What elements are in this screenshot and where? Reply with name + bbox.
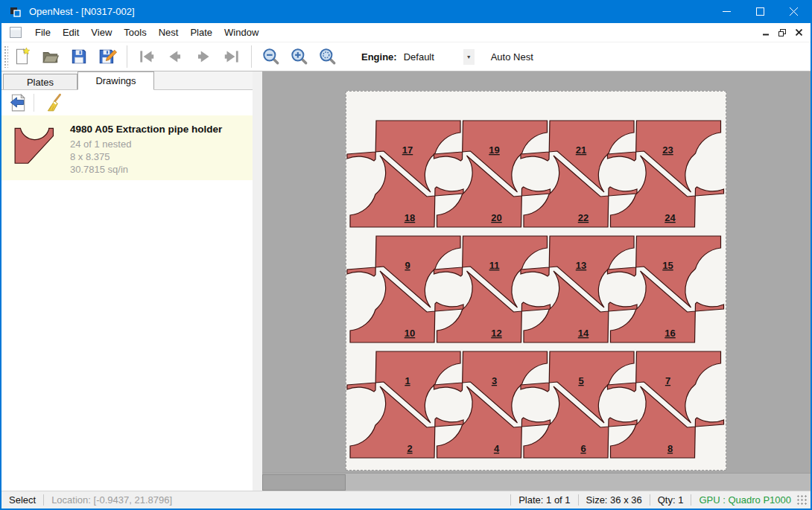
mdi-minimize-button[interactable] — [760, 27, 772, 39]
menu-edit[interactable]: Edit — [57, 25, 85, 40]
resize-grip[interactable] — [797, 495, 808, 506]
minimize-button[interactable] — [710, 0, 743, 23]
part-number-label: 10 — [405, 328, 415, 339]
maximize-button[interactable] — [743, 0, 777, 23]
status-gpu: GPU : Quadro P1000 — [699, 494, 791, 506]
zoom-fit-button[interactable] — [315, 45, 340, 68]
go-next-icon — [194, 47, 213, 66]
drawing-size: 8 x 8.375 — [70, 150, 222, 163]
main-area: Plates Drawings — [1, 71, 811, 491]
part-number-label: 11 — [489, 260, 500, 271]
zoom-in-button[interactable] — [287, 45, 312, 68]
engine-combobox[interactable]: Default ▼ — [404, 49, 475, 65]
status-right-group: Plate: 1 of 1 Size: 36 x 36 Qty: 1 GPU :… — [503, 494, 811, 506]
close-button[interactable] — [777, 0, 811, 23]
tab-drawings[interactable]: Drawings — [77, 71, 154, 90]
part-number-label: 5 — [578, 375, 583, 386]
return-drawing-icon — [8, 93, 28, 112]
go-last-icon — [222, 47, 241, 66]
go-previous-icon — [165, 47, 185, 66]
auto-nest-button[interactable]: Auto Nest — [486, 49, 538, 65]
menu-file[interactable]: File — [29, 25, 57, 40]
left-panel: Plates Drawings — [1, 71, 253, 491]
status-separator — [578, 494, 579, 506]
status-mode: Select — [9, 494, 36, 506]
app-icon — [10, 6, 22, 18]
mdi-close-button[interactable] — [793, 27, 805, 39]
plate: 171819202122232491011121314151612345678 — [346, 91, 726, 471]
engine-label: Engine: — [361, 51, 397, 63]
mdi-minimize-icon — [763, 29, 770, 36]
nest-canvas[interactable]: 171819202122232491011121314151612345678 — [262, 71, 811, 491]
return-drawing-button[interactable] — [6, 92, 30, 113]
status-bar: Select Location: [-0.9437, 21.8796] Plat… — [1, 491, 811, 509]
panel-splitter[interactable] — [253, 71, 262, 491]
new-file-icon — [13, 47, 32, 66]
part-number-label: 12 — [491, 328, 501, 339]
status-separator — [510, 494, 511, 506]
engine-value: Default — [404, 51, 457, 63]
open-button[interactable] — [38, 45, 63, 68]
status-qty: Qty: 1 — [658, 494, 684, 506]
part-number-label: 21 — [576, 144, 586, 156]
menu-window[interactable]: Window — [218, 25, 264, 40]
part-number-label: 15 — [662, 260, 673, 271]
drawing-title: 4980 A05 Extraction pipe holder — [70, 124, 222, 135]
scrollbar-thumb[interactable] — [262, 474, 346, 491]
tab-strip: Plates Drawings — [1, 71, 253, 90]
mdi-document-icon — [10, 27, 22, 38]
zoom-out-button[interactable] — [258, 45, 284, 68]
menu-plate[interactable]: Plate — [184, 25, 218, 40]
save-button[interactable] — [66, 45, 92, 68]
mdi-close-icon — [796, 29, 802, 36]
toolbar-grip[interactable] — [4, 45, 8, 68]
save-floppy-icon — [69, 47, 89, 66]
menu-nest[interactable]: Nest — [153, 25, 185, 40]
minimize-icon — [723, 7, 731, 16]
part-number-label: 2 — [407, 443, 412, 454]
part-shape-thumbnail — [7, 123, 64, 172]
title-bar: OpenNest - [N0317-002] — [1, 0, 811, 23]
drawing-nested-count: 24 of 1 nested — [70, 138, 222, 150]
part-number-label: 23 — [662, 144, 673, 156]
drawing-list-item[interactable]: 4980 A05 Extraction pipe holder 24 of 1 … — [1, 115, 253, 180]
drawings-toolbar — [1, 90, 253, 115]
save-plate-button[interactable] — [95, 45, 120, 68]
new-drawing-button[interactable] — [10, 45, 35, 68]
part-number-label: 8 — [667, 443, 673, 454]
part-number-label: 16 — [664, 328, 675, 339]
part-number-label: 9 — [405, 260, 410, 271]
status-location: Location: [-0.9437, 21.8796] — [51, 494, 172, 506]
status-size: Size: 36 x 36 — [586, 494, 642, 506]
open-folder-icon — [41, 47, 60, 66]
part-number-label: 20 — [491, 212, 501, 223]
part-number-label: 1 — [405, 375, 410, 386]
menu-tools[interactable]: Tools — [118, 25, 152, 40]
zoom-in-icon — [290, 47, 309, 66]
part-number-label: 22 — [578, 212, 589, 223]
drawing-item-texts: 4980 A05 Extraction pipe holder 24 of 1 … — [70, 115, 222, 176]
combo-dropdown-icon[interactable]: ▼ — [463, 49, 475, 65]
go-last-button[interactable] — [219, 45, 244, 68]
tab-plates[interactable]: Plates — [3, 74, 77, 89]
part-number-label: 4 — [494, 443, 500, 454]
mdi-restore-button[interactable] — [776, 27, 788, 39]
window-title: OpenNest - [N0317-002] — [29, 6, 135, 17]
go-next-button[interactable] — [191, 45, 216, 68]
go-first-button[interactable] — [134, 45, 159, 68]
part-number-label: 7 — [665, 375, 670, 386]
menu-view[interactable]: View — [85, 25, 118, 40]
status-separator — [650, 494, 650, 506]
zoom-out-icon — [261, 47, 281, 66]
toolbar-separator — [251, 45, 252, 68]
horizontal-scrollbar[interactable] — [262, 473, 811, 491]
window-controls — [710, 0, 811, 23]
close-icon — [790, 7, 798, 16]
status-plate: Plate: 1 of 1 — [518, 494, 570, 506]
clean-button[interactable] — [42, 92, 66, 113]
menu-bar: File Edit View Tools Nest Plate Window — [1, 23, 811, 42]
app-window: OpenNest - [N0317-002] File Edit View To… — [0, 0, 812, 510]
panel-toolbar-separator — [34, 94, 34, 112]
save-edit-icon — [98, 47, 117, 66]
go-previous-button[interactable] — [162, 45, 188, 68]
